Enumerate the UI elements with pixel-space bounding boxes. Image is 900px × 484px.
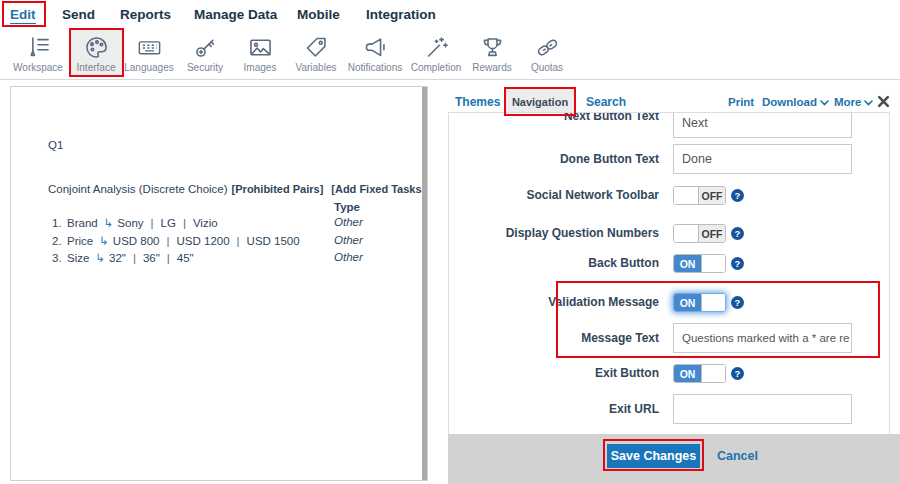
chevron-down-icon bbox=[820, 96, 829, 102]
attribute-row[interactable]: 3.Size↳32"|36"|45"Other bbox=[52, 251, 422, 265]
attribute-option: 32" bbox=[109, 252, 126, 264]
attribute-option: LG bbox=[161, 217, 176, 229]
attribute-number: 3. bbox=[52, 252, 67, 264]
help-icon[interactable]: ? bbox=[731, 189, 744, 202]
toggle-display-question-numbers[interactable]: OFF bbox=[673, 224, 726, 243]
attribute-name: Price bbox=[67, 235, 93, 247]
nav-item-integration[interactable]: Integration bbox=[366, 7, 436, 22]
option-separator: | bbox=[237, 235, 240, 247]
maps-to-arrow-icon: ↳ bbox=[104, 217, 114, 229]
preview-scrollbar[interactable] bbox=[422, 87, 427, 481]
nav-item-edit[interactable]: Edit bbox=[10, 7, 36, 24]
label-message-text: Message Text bbox=[449, 323, 659, 353]
question-code: Q1 bbox=[48, 139, 63, 151]
help-icon[interactable]: ? bbox=[731, 257, 744, 270]
option-separator: | bbox=[183, 217, 186, 229]
attribute-option: 36" bbox=[143, 252, 160, 264]
toggle-knob bbox=[701, 365, 725, 382]
help-icon[interactable]: ? bbox=[731, 367, 744, 380]
notifications-icon bbox=[340, 33, 410, 61]
toolbar: WorkspaceInterfaceLanguagesSecurityImage… bbox=[0, 30, 900, 80]
attribute-option: Vizio bbox=[193, 217, 218, 229]
nav-item-reports[interactable]: Reports bbox=[120, 7, 171, 22]
label-validation-message: Validation Message bbox=[449, 293, 659, 312]
toggle-knob bbox=[674, 187, 699, 204]
quotas-icon bbox=[512, 33, 582, 61]
save-changes-button[interactable]: Save Changes bbox=[607, 444, 700, 468]
attribute-row[interactable]: 1.Brand↳Sony|LG|VizioOther bbox=[52, 216, 422, 230]
toolbar-item-label: Quotas bbox=[512, 62, 582, 73]
attribute-option: USD 1200 bbox=[177, 235, 230, 247]
survey-preview-panel: Q1 Conjoint Analysis (Discrete Choice)[P… bbox=[10, 86, 428, 481]
attribute-option: USD 1500 bbox=[247, 235, 300, 247]
label-exit-url: Exit URL bbox=[449, 394, 659, 424]
label-done-button-text: Done Button Text bbox=[449, 144, 659, 174]
attribute-type: Other bbox=[334, 234, 363, 246]
option-separator: | bbox=[167, 252, 170, 264]
label-exit-button: Exit Button bbox=[449, 364, 659, 383]
tab-search[interactable]: Search bbox=[586, 95, 626, 109]
toggle-on-label: ON bbox=[674, 365, 701, 382]
cancel-link[interactable]: Cancel bbox=[717, 444, 758, 468]
attribute-option: USD 800 bbox=[113, 235, 160, 247]
attribute-option: Sony bbox=[117, 217, 143, 229]
attribute-number: 1. bbox=[52, 217, 67, 229]
option-separator: | bbox=[133, 252, 136, 264]
toggle-knob bbox=[701, 294, 725, 311]
toggle-on-label: ON bbox=[674, 294, 701, 311]
prohibited-pairs-link[interactable]: [Prohibited Pairs] bbox=[232, 183, 324, 195]
help-icon[interactable]: ? bbox=[731, 227, 744, 240]
input-exit-url[interactable] bbox=[673, 394, 852, 424]
action-label: More bbox=[834, 96, 861, 108]
nav-item-mobile[interactable]: Mobile bbox=[297, 7, 340, 22]
attribute-type: Other bbox=[334, 216, 363, 228]
toggle-off-label: OFF bbox=[699, 187, 725, 204]
attribute-row[interactable]: 2.Price↳USD 800|USD 1200|USD 1500Other bbox=[52, 234, 422, 248]
attribute-type: Other bbox=[334, 251, 363, 263]
toolbar-item-notifications[interactable]: Notifications bbox=[340, 32, 410, 78]
toggle-on-label: ON bbox=[674, 255, 701, 272]
label-social-network-toolbar: Social Network Toolbar bbox=[449, 186, 659, 205]
action-label: Print bbox=[728, 96, 754, 108]
add-fixed-tasks-link[interactable]: [Add Fixed Tasks bbox=[331, 183, 421, 195]
maps-to-arrow-icon: ↳ bbox=[95, 252, 105, 264]
nav-item-manage-data[interactable]: Manage Data bbox=[194, 7, 277, 22]
tab-themes[interactable]: Themes bbox=[455, 95, 500, 109]
nav-item-send[interactable]: Send bbox=[62, 7, 95, 22]
print-action[interactable]: Print bbox=[728, 96, 754, 108]
help-icon[interactable]: ? bbox=[731, 296, 744, 309]
input-next-button-text[interactable]: Next bbox=[673, 112, 852, 138]
label-back-button: Back Button bbox=[449, 254, 659, 273]
toggle-exit-button[interactable]: ON bbox=[673, 364, 726, 383]
app-root: EditSendReportsManage DataMobileIntegrat… bbox=[0, 0, 900, 484]
toggle-validation-message[interactable]: ON bbox=[673, 293, 726, 312]
label-display-question-numbers: Display Question Numbers bbox=[449, 224, 659, 243]
toolbar-item-label: Notifications bbox=[340, 62, 410, 73]
action-label: Download bbox=[762, 96, 817, 108]
toggle-off-label: OFF bbox=[699, 225, 725, 242]
input-message-text[interactable]: Questions marked with a * are re bbox=[673, 323, 852, 353]
label-next-button-text: Next Button Text bbox=[449, 112, 659, 128]
navigation-settings-form: Next Button TextNextDone Button TextDone… bbox=[448, 112, 890, 434]
close-icon[interactable] bbox=[877, 94, 890, 107]
attribute-number: 2. bbox=[52, 235, 67, 247]
option-separator: | bbox=[151, 217, 154, 229]
toggle-knob bbox=[701, 255, 725, 272]
attribute-option: 45" bbox=[177, 252, 194, 264]
download-action[interactable]: Download bbox=[762, 96, 829, 108]
toggle-social-network-toolbar[interactable]: OFF bbox=[673, 186, 726, 205]
maps-to-arrow-icon: ↳ bbox=[99, 235, 109, 247]
chevron-down-icon bbox=[864, 96, 873, 102]
type-column-header: Type bbox=[334, 201, 360, 213]
attribute-name: Size bbox=[67, 252, 89, 264]
form-footer: Save Changes Cancel bbox=[448, 434, 900, 484]
toggle-back-button[interactable]: ON bbox=[673, 254, 726, 273]
question-title[interactable]: Conjoint Analysis (Discrete Choice) bbox=[48, 183, 228, 195]
question-title-line: Conjoint Analysis (Discrete Choice)[Proh… bbox=[48, 183, 423, 195]
toggle-knob bbox=[674, 225, 699, 242]
attribute-name: Brand bbox=[67, 217, 98, 229]
more-action[interactable]: More bbox=[834, 96, 873, 108]
option-separator: | bbox=[167, 235, 170, 247]
input-done-button-text[interactable]: Done bbox=[673, 144, 852, 174]
toolbar-item-quotas[interactable]: Quotas bbox=[512, 32, 582, 78]
